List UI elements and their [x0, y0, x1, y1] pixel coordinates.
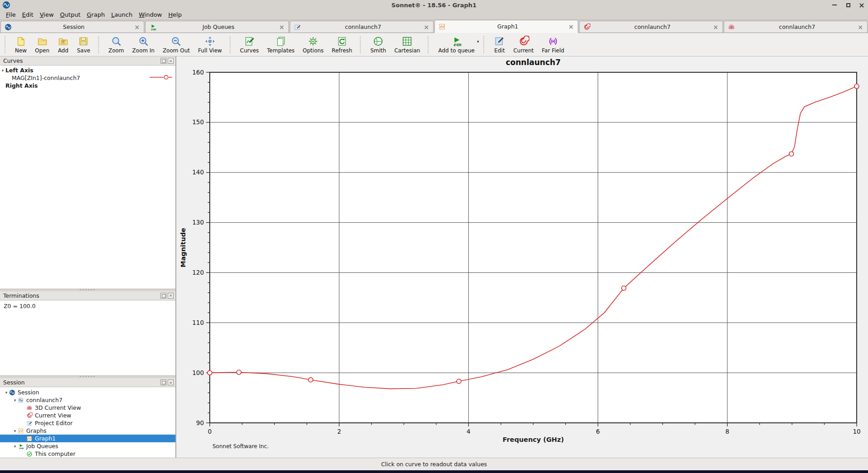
maximize-button[interactable] — [844, 1, 852, 9]
menu-item-help[interactable]: Help — [165, 10, 185, 19]
svg-text:em: em — [19, 446, 24, 449]
edit-button[interactable]: Edit — [490, 34, 509, 56]
session-panel: Session × ▾Session▾connlaunch73D Current… — [0, 378, 175, 458]
toolbar-button-label: Save — [77, 47, 90, 54]
tree-item-project-editor[interactable]: Project Editor — [0, 419, 175, 427]
tab-close-icon[interactable]: × — [278, 23, 286, 31]
tab-close-icon[interactable]: × — [567, 23, 575, 30]
options-button[interactable]: Options — [299, 34, 328, 56]
tab-graph1[interactable]: Graph1× — [434, 20, 578, 33]
float-panel-icon[interactable] — [160, 58, 166, 64]
tab-close-icon[interactable]: × — [856, 23, 864, 31]
float-panel-icon[interactable] — [160, 293, 166, 299]
tab-connlaunch7[interactable]: connlaunch7× — [724, 21, 868, 33]
full-view-icon — [204, 36, 216, 47]
add-to-queue-dropdown-icon[interactable]: ▾ — [477, 39, 479, 44]
data-point-marker[interactable] — [208, 370, 212, 375]
data-point-marker[interactable] — [789, 152, 793, 156]
data-point-marker[interactable] — [236, 370, 241, 375]
x-tick-label: 10 — [853, 428, 860, 435]
terminations-panel-header: Terminations × — [0, 291, 175, 300]
plot-area — [210, 72, 857, 423]
cartesian-button[interactable]: Cartesian — [390, 34, 424, 56]
termination-value: Z0 = 100.0 — [4, 303, 36, 309]
tree-item-label: 3D Current View — [35, 404, 81, 411]
chevron-down-icon[interactable]: ▾ — [12, 444, 18, 449]
check-icon — [26, 451, 33, 457]
tab-job-queues[interactable]: emJob Queues× — [145, 21, 289, 33]
main-area: Curves × ▾ Left Axis MAG[ZIn1]-connlaunc… — [0, 56, 868, 458]
close-panel-icon[interactable]: × — [168, 58, 174, 64]
tab-connlaunch7[interactable]: connlaunch7× — [579, 21, 723, 33]
data-point-marker[interactable] — [622, 286, 626, 290]
curves-panel-title: Curves — [3, 57, 159, 64]
save-button[interactable]: Save — [73, 34, 94, 56]
tab-close-icon[interactable]: × — [712, 23, 720, 31]
tree-item-current-view[interactable]: Current View — [0, 412, 175, 419]
add-to-queue-button[interactable]: emAdd to queue — [434, 34, 479, 56]
left-axis-node[interactable]: ▾ Left Axis — [0, 66, 175, 74]
close-panel-icon[interactable]: × — [168, 379, 174, 385]
graph-icon — [18, 428, 24, 434]
menu-item-file[interactable]: File — [3, 10, 19, 19]
open-button[interactable]: Open — [31, 34, 53, 56]
smith-button[interactable]: Smith — [366, 34, 390, 56]
new-button[interactable]: New — [11, 34, 31, 56]
tree-item-label: Project Editor — [35, 420, 73, 426]
menu-item-view[interactable]: View — [37, 10, 57, 19]
minimize-button[interactable] — [831, 1, 838, 9]
tree-item-connlaunch7[interactable]: ▾connlaunch7 — [0, 396, 175, 404]
close-panel-icon[interactable]: × — [168, 293, 174, 299]
tab-close-icon[interactable]: × — [133, 23, 141, 31]
chevron-down-icon[interactable]: ▾ — [12, 429, 18, 433]
toolbar: NewOpenAddSaveZoomZoom InZoom OutFull Vi… — [0, 33, 868, 56]
add-button[interactable]: Add — [53, 34, 73, 56]
left-axis-label: Left Axis — [5, 67, 33, 74]
menu-item-graph[interactable]: Graph — [84, 10, 108, 19]
float-panel-icon[interactable] — [160, 379, 166, 385]
current-button[interactable]: Current — [509, 34, 538, 56]
toolbar-button-label: Zoom In — [132, 47, 155, 54]
data-point-marker[interactable] — [457, 379, 461, 384]
curves-button[interactable]: Curves — [236, 34, 263, 56]
menu-bar: FileEditViewOutputGraphLaunchWindowHelp — [0, 10, 868, 20]
tab-session[interactable]: Session× — [0, 21, 144, 33]
em-job-icon: em — [18, 443, 24, 450]
graph-icon — [439, 23, 446, 30]
templates-button[interactable]: Templates — [263, 34, 299, 56]
tree-item-3d-current-view[interactable]: 3D Current View — [0, 404, 175, 412]
tree-item-this-computer[interactable]: This computer — [0, 450, 175, 458]
sidebar: Curves × ▾ Left Axis MAG[ZIn1]-connlaunc… — [0, 56, 175, 458]
open-folder-icon — [37, 36, 48, 47]
chevron-down-icon[interactable]: ▾ — [0, 68, 5, 73]
tab-close-icon[interactable]: × — [422, 23, 430, 31]
tab-connlaunch7[interactable]: connlaunch7× — [290, 21, 434, 33]
menu-item-edit[interactable]: Edit — [19, 10, 37, 19]
toolbar-button-label: Smith — [370, 47, 386, 54]
y-tick-label: 160 — [192, 69, 204, 76]
chevron-down-icon[interactable]: ▾ — [4, 390, 9, 395]
menu-item-window[interactable]: Window — [136, 10, 165, 19]
far-field-button[interactable]: Far Field — [538, 34, 569, 56]
toolbar-button-label: Add — [58, 47, 68, 54]
menu-item-output[interactable]: Output — [57, 10, 84, 19]
sonnet-window: Sonnet® - 18.56 - Graph1 × FileEditViewO… — [0, 0, 868, 473]
refresh-button[interactable]: Refresh — [328, 34, 356, 56]
menu-item-launch[interactable]: Launch — [108, 10, 136, 19]
close-button[interactable]: × — [858, 1, 865, 9]
y-tick-label: 140 — [192, 169, 204, 176]
full-view-button[interactable]: Full View — [194, 34, 226, 56]
zoom-in-button[interactable]: Zoom In — [128, 34, 159, 56]
zoom-button[interactable]: Zoom — [104, 34, 128, 56]
chevron-down-icon[interactable]: ▾ — [12, 398, 18, 403]
data-point-marker[interactable] — [854, 84, 859, 89]
tree-item-session[interactable]: ▾Session — [0, 389, 175, 396]
tree-item-graphs[interactable]: ▾Graphs — [0, 427, 175, 435]
tree-item-graph1[interactable]: Graph1 — [0, 435, 175, 442]
tree-item-job-queues[interactable]: ▾emJob Queues — [0, 442, 175, 450]
right-axis-node[interactable]: Right Axis — [0, 82, 175, 89]
data-point-marker[interactable] — [308, 378, 313, 382]
curve-list-item[interactable]: MAG[ZIn1]-connlaunch7 — [0, 74, 175, 82]
zoom-out-button[interactable]: Zoom Out — [159, 34, 194, 56]
toolbar-button-label: Options — [303, 47, 324, 54]
